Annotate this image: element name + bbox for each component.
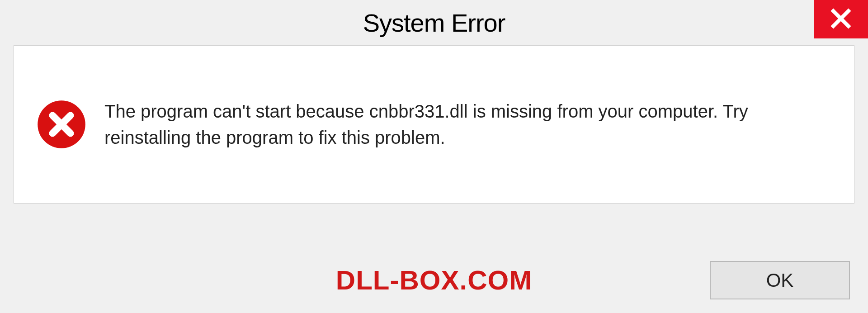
ok-button[interactable]: OK [710,261,850,299]
dialog-title: System Error [363,8,505,38]
ok-button-label: OK [766,270,794,291]
close-icon [830,7,852,32]
watermark-text: DLL-BOX.COM [336,265,532,296]
close-button[interactable] [814,0,868,38]
error-icon [37,100,86,149]
dialog-footer: DLL-BOX.COM OK [0,261,868,299]
dialog-message: The program can't start because cnbbr331… [104,98,831,151]
dialog-content: The program can't start because cnbbr331… [14,45,854,204]
dialog-titlebar: System Error [0,0,868,45]
